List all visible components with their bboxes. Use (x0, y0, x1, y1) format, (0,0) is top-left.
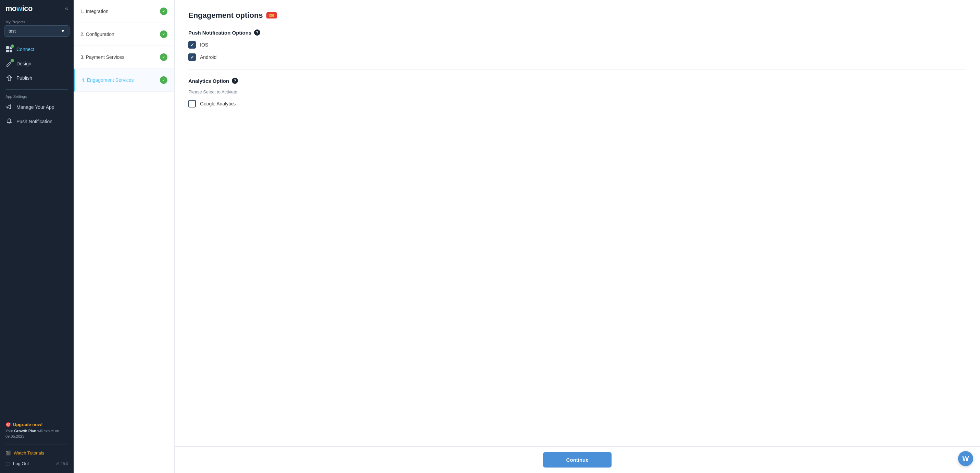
step-configuration-check: ✓ (160, 30, 167, 38)
watch-tutorials-link[interactable]: 🎬 Watch Tutorials (0, 448, 74, 458)
collapse-button[interactable]: « (65, 5, 68, 12)
step-integration[interactable]: 1. Integration ✓ (74, 0, 174, 23)
sidebar-bottom: 🎯 Upgrade now! Your Growth Plan will exp… (0, 415, 74, 473)
title-badge: 🎫 (266, 12, 277, 19)
design-check-badge: ✓ (10, 59, 14, 63)
section-divider (188, 69, 966, 70)
step-integration-label: 1. Integration (81, 9, 108, 14)
ios-checkbox[interactable] (188, 41, 196, 49)
android-checkbox-row: Android (188, 53, 966, 61)
analytics-title-text: Analytics Option (188, 78, 229, 84)
google-analytics-label: Google Analytics (200, 101, 235, 106)
step-engagement-services[interactable]: 4. Engagement Services ✓ (74, 69, 174, 92)
project-selector[interactable]: test ▼ (4, 25, 70, 37)
sidebar-header: mowico « (0, 0, 74, 17)
upgrade-description: Your Growth Plan will expire on 09.05.20… (5, 429, 68, 439)
android-checkbox[interactable] (188, 53, 196, 61)
sidebar-design-label: Design (16, 61, 32, 67)
logout-row[interactable]: ⬚ Log Out v1.19.0 (0, 458, 74, 469)
connect-icon: ✓ (5, 46, 13, 53)
connect-check-badge: ✓ (10, 44, 14, 48)
sidebar-item-design[interactable]: ✓ Design (0, 57, 74, 71)
analytics-help-icon[interactable]: ? (232, 78, 238, 84)
continue-button[interactable]: Continue (543, 452, 612, 468)
upgrade-section: 🎯 Upgrade now! Your Growth Plan will exp… (0, 419, 74, 442)
step-engagement-check: ✓ (160, 76, 167, 84)
google-analytics-checkbox[interactable] (188, 100, 196, 108)
sidebar-item-connect[interactable]: ✓ Connect (0, 42, 74, 57)
sidebar-publish-label: Publish (16, 75, 32, 81)
sidebar-item-publish[interactable]: Publish (0, 71, 74, 85)
step-payment-label: 3. Payment Services (81, 54, 124, 60)
logout-label: Log Out (13, 461, 29, 466)
tutorials-icon: 🎬 (5, 451, 11, 456)
watch-tutorials-label: Watch Tutorials (14, 451, 44, 456)
version-label: v1.19.0 (56, 462, 68, 466)
analytics-section-title: Analytics Option ? (188, 78, 966, 84)
megaphone-icon (5, 103, 13, 111)
logo: mowico (5, 4, 33, 13)
ios-label: IOS (200, 42, 208, 48)
page-title-text: Engagement options (188, 11, 263, 20)
svg-rect-0 (6, 46, 9, 49)
sidebar: mowico « My Projects test ▼ ✓ Connect (0, 0, 74, 473)
upgrade-fire-icon: 🎯 (5, 422, 11, 427)
svg-rect-2 (6, 50, 9, 52)
manage-app-label: Manage Your App (16, 105, 54, 110)
chevron-down-icon: ▼ (60, 29, 65, 33)
page-title-row: Engagement options 🎫 (188, 11, 966, 20)
step-payment-services[interactable]: 3. Payment Services ✓ (74, 46, 174, 69)
project-name: test (9, 29, 16, 33)
logout-icon: ⬚ (5, 461, 10, 466)
step-integration-check: ✓ (160, 8, 167, 15)
sidebar-connect-label: Connect (16, 46, 34, 52)
step-payment-check: ✓ (160, 53, 167, 61)
sidebar-item-manage-app[interactable]: Manage Your App (0, 100, 74, 114)
bell-icon (5, 118, 13, 125)
google-analytics-checkbox-row: Google Analytics (188, 100, 966, 108)
w-badge[interactable]: W (958, 451, 973, 466)
push-notification-label: Push Notification (16, 119, 52, 124)
push-notification-section-title: Push Notification Options ? (188, 29, 966, 36)
content-body: Engagement options 🎫 Push Notification O… (175, 0, 980, 446)
upgrade-link[interactable]: 🎯 Upgrade now! (5, 422, 68, 427)
step-configuration-label: 2. Configuration (81, 32, 115, 37)
svg-rect-3 (10, 50, 12, 52)
upgrade-label: Upgrade now! (13, 422, 43, 427)
android-label: Android (200, 54, 216, 60)
analytics-subtitle: Please Select to Activate (188, 89, 966, 94)
design-icon: ✓ (5, 60, 13, 67)
push-notification-title-text: Push Notification Options (188, 30, 251, 36)
my-projects-label: My Projects (0, 17, 74, 25)
step-configuration[interactable]: 2. Configuration ✓ (74, 23, 174, 46)
publish-icon (5, 74, 13, 82)
sidebar-divider-1 (5, 89, 68, 90)
sidebar-divider-2 (5, 444, 68, 445)
main-content: Engagement options 🎫 Push Notification O… (175, 0, 980, 473)
app-settings-label: App Settings (0, 92, 74, 100)
content-footer: Continue (175, 446, 980, 473)
ios-checkbox-row: IOS (188, 41, 966, 49)
steps-panel: 1. Integration ✓ 2. Configuration ✓ 3. P… (74, 0, 175, 473)
push-notification-help-icon[interactable]: ? (254, 29, 260, 36)
step-engagement-label: 4. Engagement Services (81, 77, 134, 83)
main-nav: ✓ Connect ✓ Design Publish (0, 41, 74, 87)
sidebar-item-push-notification[interactable]: Push Notification (0, 114, 74, 129)
